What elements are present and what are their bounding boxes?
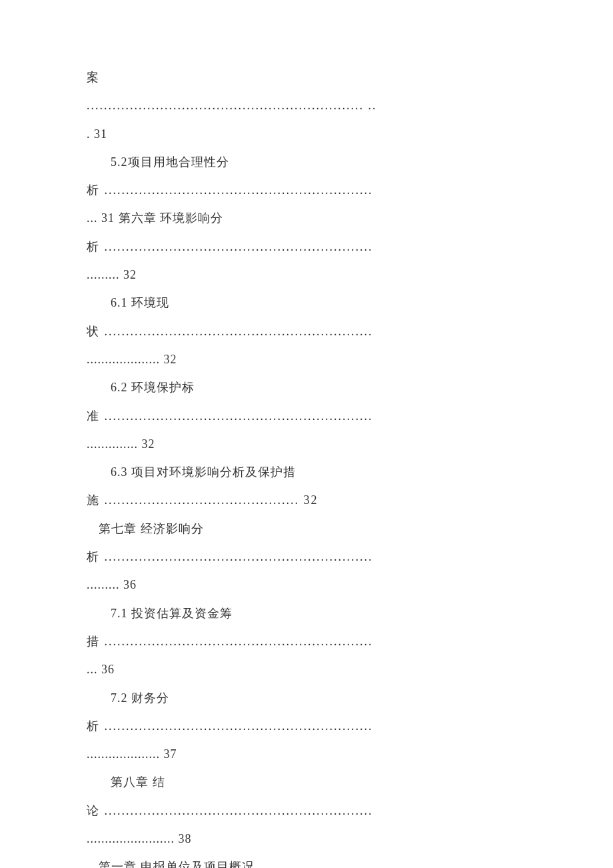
toc-dots: 措 ......................................… [87,627,526,655]
toc-content: 案 ......................................… [87,63,526,868]
toc-page-ref: .................... 32 [87,345,526,373]
toc-page-ref: . 31 [87,120,526,148]
toc-page-ref: .................... 37 [87,740,526,768]
toc-page-ref: ......... 32 [87,261,526,289]
toc-page-ref: ........................ 38 [87,825,526,853]
toc-dots: 论 ......................................… [87,797,526,825]
toc-entry-6-2: 6.2 环境保护标 [87,373,526,401]
toc-dots: 准 ......................................… [87,402,526,430]
toc-line-fragment: 案 [87,63,526,91]
toc-dots: 析 ......................................… [87,712,526,740]
toc-dots: 析 ......................................… [87,543,526,571]
toc-entry-6-1: 6.1 环境现 [87,289,526,317]
toc-entry-7-2: 7.2 财务分 [87,684,526,712]
toc-dots: ........................................… [87,91,526,119]
toc-dots: 析 ......................................… [87,176,526,204]
toc-page-ref: ... 36 [87,655,526,683]
toc-entry-chapter-8: 第八章 结 [87,768,526,796]
toc-entry-6-3: 6.3 项目对环境影响分析及保护措 [87,458,526,486]
toc-entry-chapter-7: 第七章 经济影响分 [87,515,526,543]
toc-page-ref: .............. 32 [87,430,526,458]
toc-page-ref: ......... 36 [87,571,526,599]
toc-entry-7-1: 7.1 投资估算及资金筹 [87,599,526,627]
toc-dots: 析 ......................................… [87,233,526,261]
toc-dots: 状 ......................................… [87,317,526,345]
toc-entry-5-2: 5.2项目用地合理性分 [87,148,526,176]
toc-dots: 施 ......................................… [87,486,526,514]
toc-page-ref: ... 31 第六章 环境影响分 [87,204,526,232]
chapter-heading: 第一章 申报单位及项目概况 [87,853,526,868]
